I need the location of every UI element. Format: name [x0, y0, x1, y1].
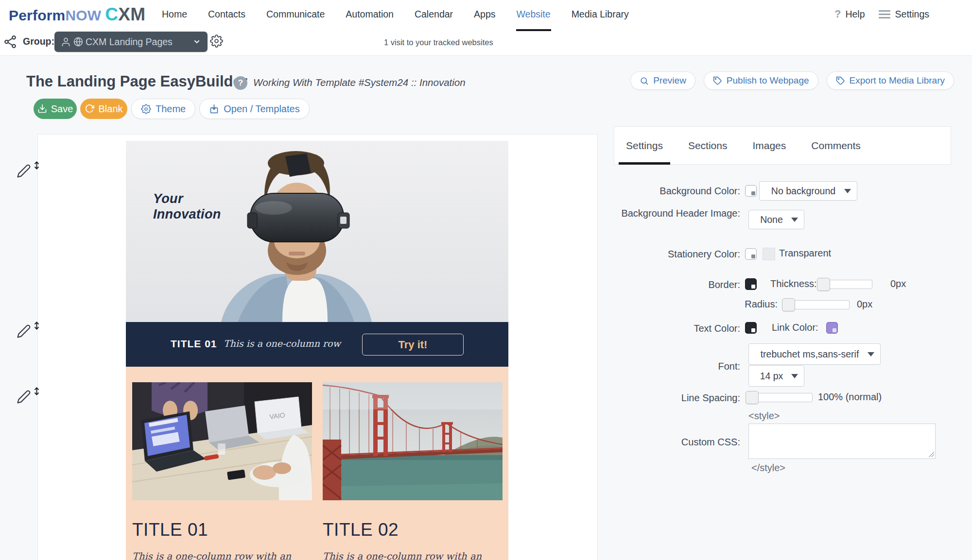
line-spacing-value: 100% (normal) [818, 391, 882, 403]
stationery-color-swatch[interactable] [745, 248, 757, 260]
group-gear-icon[interactable] [210, 34, 223, 48]
font-label: Font: [614, 360, 740, 373]
performnow-cxm-logo[interactable]: PerformNOWCXM [9, 4, 145, 25]
nav-item-automation[interactable]: Automation [346, 0, 394, 28]
tab-sections[interactable]: Sections [681, 127, 735, 164]
resize-vertical-icon[interactable] [32, 386, 42, 396]
nav-item-media-library[interactable]: Media Library [572, 0, 629, 28]
column-2-text[interactable]: This is a one-column row with an extende… [323, 551, 503, 560]
bar-subtitle[interactable]: This is a one-column row [224, 338, 341, 349]
export-label: Export to Media Library [850, 75, 945, 86]
title-help-badge[interactable]: ? [234, 76, 247, 90]
font-family-select[interactable]: trebuchet ms,sans-serif [748, 343, 881, 365]
hero-section[interactable]: Your Innovation [126, 141, 508, 322]
desk-laptops-photo: VAIO [132, 382, 312, 500]
title-bar-section[interactable]: TITLE 01 This is a one-column row Try it… [126, 322, 508, 367]
tab-comments[interactable]: Comments [804, 127, 868, 164]
chevron-down-icon [192, 38, 201, 46]
save-button[interactable]: Save [34, 99, 77, 119]
background-header-image-label: Background Header Image: [614, 207, 740, 220]
background-header-image-select[interactable]: None [748, 210, 804, 229]
stationery-color-row: Stationery Color: Transparent [614, 244, 952, 264]
stationery-color-label: Stationery Color: [614, 248, 740, 260]
edit-pencil-icon[interactable] [17, 324, 31, 339]
thickness-slider[interactable] [817, 280, 872, 289]
radius-slider[interactable] [782, 300, 850, 309]
publish-actions: Preview Publish to Webpage Export to Med… [630, 71, 954, 90]
import-icon [209, 104, 219, 114]
column-2-title[interactable]: TITLE 02 [323, 520, 503, 540]
nav-item-contacts[interactable]: Contacts [208, 0, 245, 28]
tag-icon [836, 76, 845, 85]
line-spacing-slider-thumb[interactable] [746, 391, 759, 404]
column-1-title[interactable]: TITLE 01 [132, 520, 312, 540]
tab-settings[interactable]: Settings [619, 127, 670, 164]
edit-pencil-icon[interactable] [17, 390, 31, 404]
section-2-controls [17, 321, 44, 341]
link-color-swatch[interactable] [826, 322, 838, 334]
user-icon [61, 37, 71, 47]
background-color-swatch[interactable] [745, 185, 757, 197]
line-spacing-slider[interactable] [746, 393, 813, 402]
dropdown-arrow-icon [791, 374, 798, 378]
thickness-slider-thumb[interactable] [817, 278, 830, 291]
border-row: Border: Thickness: 0px [614, 274, 952, 294]
publish-to-webpage-button[interactable]: Publish to Webpage [704, 71, 818, 90]
hero-overlay-text[interactable]: Your Innovation [153, 191, 221, 222]
style-open-tag: <style> [748, 410, 780, 422]
background-color-value: No background [760, 186, 844, 197]
nav-item-home[interactable]: Home [162, 0, 187, 28]
help-icon: ? [834, 8, 841, 20]
link-color-label: Link Color: [772, 322, 818, 333]
column-1[interactable]: VAIO TITLE 01 This is a one-column row w… [132, 382, 312, 560]
settings-link[interactable]: Settings [895, 9, 929, 20]
font-size-select[interactable]: 14 px [748, 365, 804, 387]
template-subtitle: Working With Template #System24 :: Innov… [253, 77, 466, 88]
blank-button[interactable]: Blank [80, 99, 127, 119]
background-header-image-value: None [749, 214, 791, 225]
column-1-text[interactable]: This is a one-column row with an extende… [132, 551, 312, 560]
group-selected-value: CXM Landing Pages [86, 36, 173, 48]
text-color-label: Text Color: [614, 322, 740, 335]
nav-item-apps[interactable]: Apps [474, 0, 495, 28]
custom-css-input[interactable] [748, 424, 936, 459]
radius-value: 0px [857, 299, 872, 310]
theme-button[interactable]: Theme [131, 99, 195, 119]
background-header-image-row: Background Header Image: None [614, 207, 952, 230]
border-color-swatch[interactable] [745, 278, 757, 290]
preview-button[interactable]: Preview [630, 71, 695, 90]
background-color-select[interactable]: No background [759, 181, 857, 201]
group-selector-dropdown[interactable]: CXM Landing Pages [54, 32, 208, 52]
resize-vertical-icon[interactable] [32, 321, 42, 331]
border-label: Border: [614, 278, 740, 291]
builder-toolbar: Save Blank Theme Open / Templates [34, 99, 310, 119]
edit-pencil-icon[interactable] [17, 164, 31, 178]
radius-label: Radius: [729, 299, 778, 310]
radius-row: Radius: 0px [614, 295, 952, 314]
open-templates-label: Open / Templates [224, 103, 299, 115]
try-it-button[interactable]: Try it! [362, 334, 464, 356]
tab-images[interactable]: Images [745, 127, 793, 164]
nav-item-communicate[interactable]: Communicate [266, 0, 325, 28]
custom-css-label: Custom CSS: [614, 436, 740, 448]
dropdown-arrow-icon [868, 352, 874, 356]
panel-tabs: Settings Sections Images Comments [614, 126, 951, 165]
text-color-swatch[interactable] [745, 322, 757, 334]
nav-item-calendar[interactable]: Calendar [415, 0, 453, 28]
resize-vertical-icon[interactable] [32, 160, 42, 170]
nav-item-website[interactable]: Website [517, 0, 551, 28]
network-icon[interactable] [3, 34, 17, 49]
column-2[interactable]: TITLE 02 This is a one-column row with a… [323, 382, 503, 560]
dropdown-arrow-icon [844, 189, 851, 193]
two-column-section: VAIO TITLE 01 This is a one-column row w… [126, 367, 508, 560]
stationery-transparent-swatch[interactable] [763, 248, 775, 260]
bar-title[interactable]: TITLE 01 [171, 338, 217, 350]
export-to-media-library-button[interactable]: Export to Media Library [827, 71, 954, 90]
radius-slider-thumb[interactable] [782, 298, 795, 311]
background-color-row: Background Color: No background [614, 181, 952, 201]
thickness-value: 0px [890, 278, 906, 289]
publish-label: Publish to Webpage [727, 75, 809, 86]
landing-page-preview: Your Innovation TITLE 01 This is a one-c… [126, 141, 508, 560]
help-link[interactable]: Help [845, 9, 865, 20]
open-templates-button[interactable]: Open / Templates [199, 99, 309, 119]
